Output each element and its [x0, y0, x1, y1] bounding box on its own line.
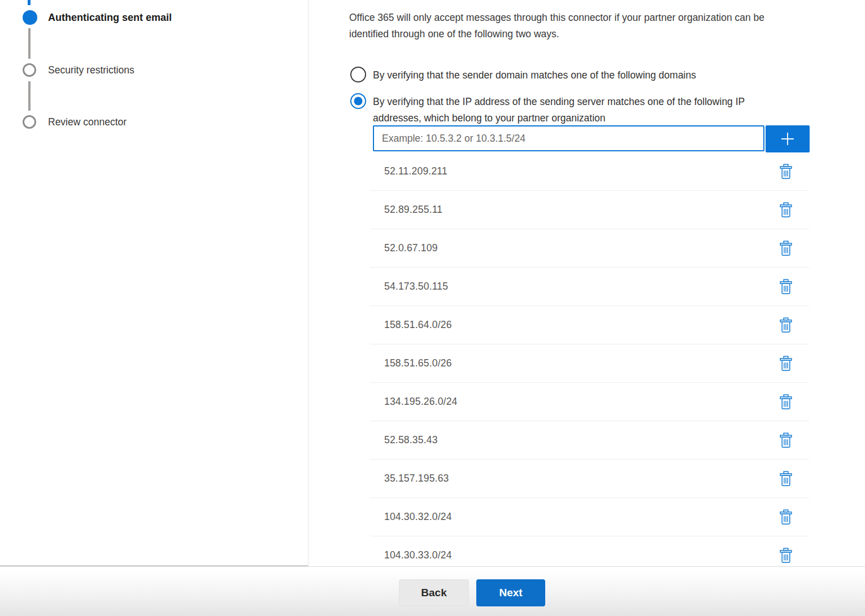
stepper-connector-line: [28, 28, 31, 59]
ip-address-value: 52.0.67.109: [370, 242, 438, 254]
ip-list-row: 158.51.65.0/26: [370, 344, 809, 383]
sidebar-step-security-restrictions[interactable]: Security restrictions: [48, 63, 134, 77]
delete-ip-button[interactable]: [777, 546, 794, 565]
delete-ip-button[interactable]: [777, 469, 794, 488]
step-indicator-security-restrictions: [23, 63, 36, 77]
ip-address-value: 52.89.255.11: [370, 204, 442, 216]
add-ip-button[interactable]: [766, 125, 810, 152]
ip-list-row: 52.58.35.43: [370, 421, 809, 460]
sidebar-step-review-connector[interactable]: Review connector: [48, 115, 127, 129]
ip-address-value: 52.11.209.211: [370, 165, 447, 177]
delete-ip-button[interactable]: [777, 431, 794, 450]
sidebar-step-authenticating-sent-email[interactable]: Authenticating sent email: [48, 11, 172, 24]
trash-icon: [780, 279, 792, 295]
ip-list-row: 52.89.255.11: [370, 191, 809, 229]
page-description: Office 365 will only accept messages thr…: [349, 10, 764, 42]
ip-list-row: 104.30.32.0/24: [370, 498, 809, 536]
page-description-line1: Office 365 will only accept messages thr…: [349, 10, 764, 26]
sender-domain-radio[interactable]: [350, 67, 366, 82]
ip-address-value: 158.51.65.0/26: [370, 357, 452, 369]
ip-address-radio[interactable]: [350, 93, 366, 109]
ip-list-row: 52.0.67.109: [370, 229, 809, 268]
trash-icon: [780, 164, 792, 180]
delete-ip-button[interactable]: [777, 354, 794, 373]
ip-address-input[interactable]: [373, 125, 764, 151]
ip-address-value: 158.51.64.0/26: [370, 319, 452, 331]
delete-ip-button[interactable]: [777, 508, 794, 527]
step-indicator-authenticating-sent-email: [23, 10, 37, 25]
ip-address-value: 134.195.26.0/24: [370, 396, 458, 408]
page-description-line2: identified through one of the following …: [349, 26, 764, 42]
ip-address-value: 35.157.195.63: [370, 473, 449, 484]
trash-icon: [780, 509, 792, 525]
trash-icon: [780, 394, 792, 410]
ip-list-row: 104.30.33.0/24: [370, 536, 809, 566]
ip-address-radio-label-line2: addresses, which belong to your partner …: [373, 110, 745, 126]
ip-list-row: 35.157.195.63: [370, 460, 809, 498]
stepper-completed-line: [28, 0, 31, 5]
delete-ip-button[interactable]: [777, 239, 794, 258]
ip-address-value: 104.30.33.0/24: [370, 549, 452, 561]
connector-wizard-panel: Authenticating sent email Security restr…: [0, 0, 865, 566]
trash-icon: [780, 202, 792, 218]
ip-address-radio-label[interactable]: By verifying that the IP address of the …: [373, 94, 745, 126]
wizard-stepper-sidebar: Authenticating sent email Security restr…: [0, 0, 308, 566]
delete-ip-button[interactable]: [777, 316, 794, 335]
ip-address-value: 52.58.35.43: [370, 434, 438, 446]
trash-icon: [780, 356, 792, 372]
ip-list-row: 54.173.50.115: [370, 268, 809, 306]
ip-address-radio-label-line1: By verifying that the IP address of the …: [373, 94, 745, 110]
stepper-connector-line: [28, 81, 31, 111]
back-button[interactable]: Back: [399, 579, 469, 606]
trash-icon: [780, 471, 792, 487]
ip-address-value: 54.173.50.115: [370, 281, 448, 292]
delete-ip-button[interactable]: [777, 392, 794, 412]
ip-list-row: 134.195.26.0/24: [370, 383, 809, 421]
sender-domain-radio-label[interactable]: By verifying that the sender domain matc…: [373, 67, 696, 84]
delete-ip-button[interactable]: [777, 200, 794, 220]
step-indicator-review-connector: [23, 115, 36, 129]
delete-ip-button[interactable]: [777, 162, 794, 181]
trash-icon: [780, 432, 792, 448]
ip-list-row: 52.11.209.211: [370, 152, 809, 191]
trash-icon: [780, 241, 792, 256]
plus-icon: [780, 131, 796, 147]
authenticating-sent-email-content: Office 365 will only accept messages thr…: [309, 0, 865, 566]
trash-icon: [780, 548, 792, 563]
ip-list-row: 158.51.64.0/26: [370, 306, 809, 344]
ip-address-list: 52.11.209.211 52.89.255.11 52.0.67.109: [370, 152, 809, 566]
ip-address-value: 104.30.32.0/24: [370, 511, 452, 523]
trash-icon: [780, 317, 792, 333]
delete-ip-button[interactable]: [777, 277, 794, 296]
wizard-footer: Back Next: [0, 566, 865, 616]
next-button[interactable]: Next: [476, 579, 545, 606]
